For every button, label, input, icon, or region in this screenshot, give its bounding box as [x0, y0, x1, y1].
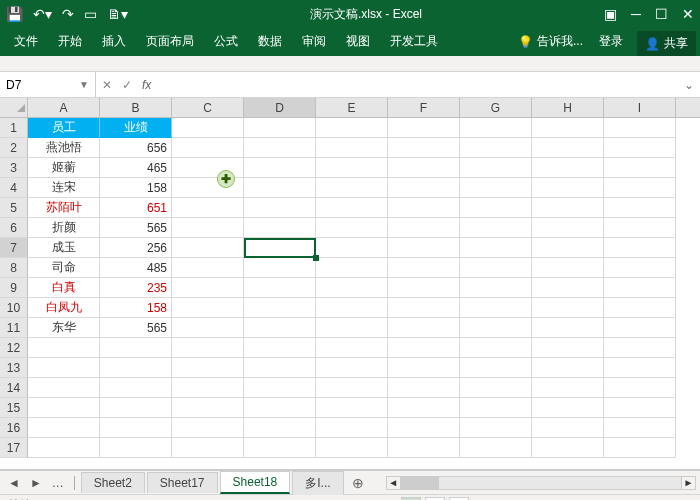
select-all-corner[interactable] — [0, 98, 28, 117]
cell[interactable] — [604, 258, 676, 278]
cell[interactable] — [532, 338, 604, 358]
row-header[interactable]: 2 — [0, 138, 28, 158]
tab-data[interactable]: 数据 — [248, 27, 292, 56]
cell[interactable] — [316, 438, 388, 458]
col-header-G[interactable]: G — [460, 98, 532, 117]
cell[interactable] — [244, 438, 316, 458]
cell[interactable] — [316, 318, 388, 338]
cell[interactable] — [316, 418, 388, 438]
cell[interactable] — [244, 118, 316, 138]
sheet-tab-active[interactable]: Sheet18 — [220, 471, 291, 494]
cell[interactable] — [316, 378, 388, 398]
cell[interactable] — [532, 118, 604, 138]
cell[interactable] — [388, 338, 460, 358]
cell[interactable] — [460, 198, 532, 218]
print-preview-icon[interactable]: 🗎▾ — [107, 6, 128, 22]
cell[interactable]: 司命 — [28, 258, 100, 278]
cell[interactable] — [388, 438, 460, 458]
cell[interactable] — [604, 378, 676, 398]
cell[interactable] — [244, 138, 316, 158]
cell[interactable] — [316, 118, 388, 138]
signin-link[interactable]: 登录 — [589, 27, 633, 56]
col-header-A[interactable]: A — [28, 98, 100, 117]
cell[interactable] — [28, 338, 100, 358]
cell[interactable]: 业绩 — [100, 118, 172, 138]
col-header-C[interactable]: C — [172, 98, 244, 117]
cell[interactable] — [604, 118, 676, 138]
cell[interactable] — [460, 338, 532, 358]
close-icon[interactable]: ✕ — [682, 6, 694, 22]
cell[interactable] — [604, 398, 676, 418]
cell[interactable] — [316, 338, 388, 358]
cell[interactable] — [316, 178, 388, 198]
cell[interactable]: 158 — [100, 178, 172, 198]
cell[interactable] — [532, 378, 604, 398]
cell[interactable] — [244, 378, 316, 398]
cell[interactable]: 成玉 — [28, 238, 100, 258]
cell[interactable]: 苏陌叶 — [28, 198, 100, 218]
cell[interactable] — [172, 338, 244, 358]
cell[interactable] — [244, 178, 316, 198]
cell[interactable] — [388, 378, 460, 398]
cell[interactable]: 465 — [100, 158, 172, 178]
scroll-thumb[interactable] — [401, 477, 439, 489]
cell[interactable]: 158 — [100, 298, 172, 318]
cell[interactable] — [172, 218, 244, 238]
cell[interactable] — [172, 378, 244, 398]
cell[interactable] — [532, 258, 604, 278]
cell[interactable] — [532, 218, 604, 238]
row-header[interactable]: 9 — [0, 278, 28, 298]
cell[interactable] — [172, 118, 244, 138]
cell[interactable] — [532, 418, 604, 438]
cell[interactable] — [388, 298, 460, 318]
cell[interactable] — [532, 398, 604, 418]
minimize-icon[interactable]: ─ — [631, 6, 641, 22]
col-header-H[interactable]: H — [532, 98, 604, 117]
cell[interactable] — [460, 418, 532, 438]
cell[interactable]: 员工 — [28, 118, 100, 138]
sheet-tab[interactable]: Sheet2 — [81, 472, 145, 493]
scroll-left-icon[interactable]: ◄ — [387, 477, 401, 489]
cell[interactable] — [28, 358, 100, 378]
cell[interactable] — [604, 438, 676, 458]
cell[interactable] — [172, 278, 244, 298]
col-header-F[interactable]: F — [388, 98, 460, 117]
col-header-B[interactable]: B — [100, 98, 172, 117]
row-header[interactable]: 12 — [0, 338, 28, 358]
cell[interactable] — [604, 178, 676, 198]
cell[interactable] — [460, 438, 532, 458]
cell[interactable]: 565 — [100, 218, 172, 238]
horizontal-scrollbar[interactable]: ◄ ► — [386, 476, 696, 490]
cell[interactable]: 连宋 — [28, 178, 100, 198]
maximize-icon[interactable]: ☐ — [655, 6, 668, 22]
tab-file[interactable]: 文件 — [4, 27, 48, 56]
cell[interactable] — [532, 198, 604, 218]
cell[interactable] — [316, 238, 388, 258]
cell[interactable] — [532, 158, 604, 178]
col-header-E[interactable]: E — [316, 98, 388, 117]
tab-view[interactable]: 视图 — [336, 27, 380, 56]
sheet-nav-more-icon[interactable]: … — [48, 476, 68, 490]
cell[interactable] — [244, 198, 316, 218]
cell[interactable] — [244, 418, 316, 438]
cell[interactable] — [532, 438, 604, 458]
cell[interactable] — [460, 258, 532, 278]
cell[interactable] — [244, 318, 316, 338]
cell[interactable] — [388, 158, 460, 178]
cell[interactable] — [460, 398, 532, 418]
cell[interactable] — [316, 398, 388, 418]
cell[interactable] — [244, 238, 316, 258]
cell[interactable] — [172, 418, 244, 438]
cell[interactable] — [244, 218, 316, 238]
tab-home[interactable]: 开始 — [48, 27, 92, 56]
cell[interactable] — [532, 358, 604, 378]
tab-developer[interactable]: 开发工具 — [380, 27, 448, 56]
cell[interactable]: 656 — [100, 138, 172, 158]
cell[interactable] — [244, 298, 316, 318]
cell[interactable] — [172, 198, 244, 218]
tab-insert[interactable]: 插入 — [92, 27, 136, 56]
cell[interactable] — [172, 298, 244, 318]
cell[interactable] — [460, 278, 532, 298]
cell[interactable] — [388, 418, 460, 438]
cell[interactable] — [28, 378, 100, 398]
